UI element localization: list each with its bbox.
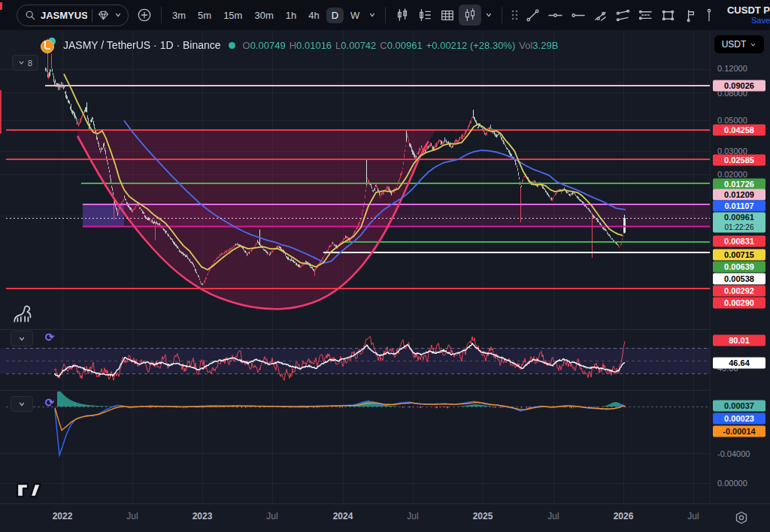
layout-title-text: CUSDT P <box>727 5 770 16</box>
price-level-label: 0.02585 <box>713 155 765 166</box>
tool-parallel-channel[interactable] <box>611 5 634 26</box>
timeframe-3m[interactable]: 3m <box>167 8 191 23</box>
toolbar-divider <box>161 7 162 23</box>
trend-line-icon <box>525 8 541 23</box>
chevron-down-icon <box>485 11 493 19</box>
tool-horizontal-ray[interactable] <box>566 5 589 26</box>
macd-sync-icon[interactable]: ⟳ <box>43 396 56 410</box>
chart-style-candles-button[interactable] <box>391 5 414 26</box>
time-axis[interactable]: 2022Jul2023Jul2024Jul2025Jul2026Jul <box>0 503 770 532</box>
gear-icon[interactable] <box>733 509 750 529</box>
symbol-title[interactable]: JASMY / TetherUS · 1D · Binance <box>63 39 221 51</box>
price-level-label: 0.01107 <box>713 201 765 212</box>
collapsed-indicators-chip[interactable]: 8 <box>12 55 38 71</box>
flat-channel-icon <box>638 8 653 23</box>
tool-rectangle[interactable] <box>656 5 679 26</box>
tool-cross-line[interactable] <box>589 5 611 26</box>
timeframe-1h[interactable]: 1h <box>280 8 302 23</box>
dino-icon[interactable] <box>12 302 35 328</box>
time-axis-label: Jul <box>407 511 418 521</box>
tradingview-logo[interactable] <box>15 481 45 503</box>
price-level-label: 0.00831 <box>713 236 765 247</box>
time-axis-label: Jul <box>687 511 699 521</box>
symbol-search[interactable]: JASMYUSD <box>17 5 129 26</box>
timeframe-15m[interactable]: 15m <box>218 8 247 23</box>
rsi-sync-icon[interactable]: ⟳ <box>43 331 56 344</box>
candles-icon <box>395 8 410 23</box>
parallel-channel-icon <box>615 8 631 23</box>
cross-line-icon <box>593 8 608 23</box>
tradingview-chart-app: JASMYUSD 3m5m15m30m1h4hDW <box>0 0 770 532</box>
currency-label: USDT <box>722 39 747 50</box>
drag-handle-icon <box>510 9 519 21</box>
market-status-dot <box>229 42 235 49</box>
symbol-query: JASMYUSD <box>41 10 87 21</box>
price-level-label: -0.00014 <box>713 426 765 437</box>
timeframe-4h[interactable]: 4h <box>303 8 324 23</box>
top-toolbar: JASMYUSD 3m5m15m30m1h4hDW <box>0 0 770 30</box>
chart-style-menu-button[interactable] <box>481 5 496 26</box>
timeframe-W[interactable]: W <box>345 8 365 23</box>
rectangle-icon <box>660 8 676 23</box>
indicator-template-button[interactable] <box>414 5 436 26</box>
chevron-down-icon <box>750 41 756 48</box>
price-level-label: 0.00290 <box>713 298 765 309</box>
timeframe-D[interactable]: D <box>326 8 344 23</box>
collapsed-count: 8 <box>28 59 32 68</box>
price-level-label: 0.01209 <box>713 189 765 201</box>
time-axis-label: 2026 <box>614 511 634 521</box>
horizontal-line-icon <box>547 8 563 23</box>
macd-pane-collapse-button[interactable] <box>11 396 33 412</box>
price-scale[interactable]: USDT 0.120000.080000.050000.030000.02000… <box>710 30 770 503</box>
chevron-down-icon <box>18 59 25 66</box>
price-level-label: 80.01 <box>713 335 765 346</box>
tool-trend-line[interactable] <box>521 5 544 26</box>
price-level-label: 0.00037 <box>713 401 765 412</box>
gem-icon[interactable] <box>97 10 110 21</box>
pill-divider <box>92 9 92 22</box>
price-level-label: 0.00715 <box>713 249 765 261</box>
price-level-label: 0.00639 <box>713 261 765 273</box>
compare-add-button[interactable] <box>133 5 156 26</box>
tool-flat-channel[interactable] <box>634 5 656 26</box>
price-level-label: 0.00538 <box>713 274 765 285</box>
spreadsheet-button[interactable] <box>436 5 459 26</box>
search-icon <box>24 9 36 21</box>
timeframe-group: 3m5m15m30m1h4hDW <box>167 8 365 23</box>
time-axis-label: 2023 <box>192 511 213 521</box>
timeframe-menu-button[interactable] <box>365 5 380 26</box>
time-axis-label: 2022 <box>53 511 73 521</box>
chart-legend: JASMY / TetherUS · 1D · Binance O0.00749… <box>41 38 562 53</box>
chart-canvas[interactable] <box>0 0 710 532</box>
price-level-label: 0.01726 <box>713 179 765 190</box>
price-tick: 0.12000 <box>717 64 747 73</box>
save-button[interactable]: Save <box>727 16 770 26</box>
bar-countdown: 01:22:26 <box>713 222 765 232</box>
timeframe-30m[interactable]: 30m <box>249 8 278 23</box>
timeframe-5m[interactable]: 5m <box>192 8 217 23</box>
price-level-label: 0.09026 <box>713 80 765 92</box>
favorites-drag-handle[interactable] <box>508 5 521 26</box>
grid-icon <box>440 8 455 23</box>
toolbar-divider <box>502 7 502 23</box>
tool-vertical-line[interactable] <box>702 5 717 26</box>
price-level-label: 0.00292 <box>713 286 765 297</box>
price-level-label: 0.04258 <box>713 125 765 136</box>
chevron-down-icon[interactable] <box>114 11 122 19</box>
tool-horizontal-line[interactable] <box>544 5 566 26</box>
price-level-label: 0.00023 <box>713 413 765 425</box>
time-axis-label: 2025 <box>473 511 493 521</box>
hollow-candles-icon <box>462 8 477 23</box>
price-tick: 0.00000 <box>717 479 747 488</box>
rsi-pane-collapse-button[interactable] <box>11 331 33 346</box>
time-axis-label: Jul <box>126 511 138 521</box>
current-price-label: 0.0096101:22:26 <box>713 213 765 233</box>
price-tick: 0.02000 <box>717 170 747 179</box>
tool-pattern[interactable] <box>679 5 702 26</box>
pattern-icon <box>683 8 699 23</box>
currency-toggle-button[interactable]: USDT <box>714 35 764 53</box>
layout-title-block: CUSDT P Save <box>727 5 770 26</box>
legend-ohlc-values: O0.00749H0.01016L0.00742C0.00961+0.00212… <box>243 40 562 51</box>
price-tick: -0.04000 <box>717 449 750 458</box>
chart-style-selected-button[interactable] <box>459 5 481 26</box>
